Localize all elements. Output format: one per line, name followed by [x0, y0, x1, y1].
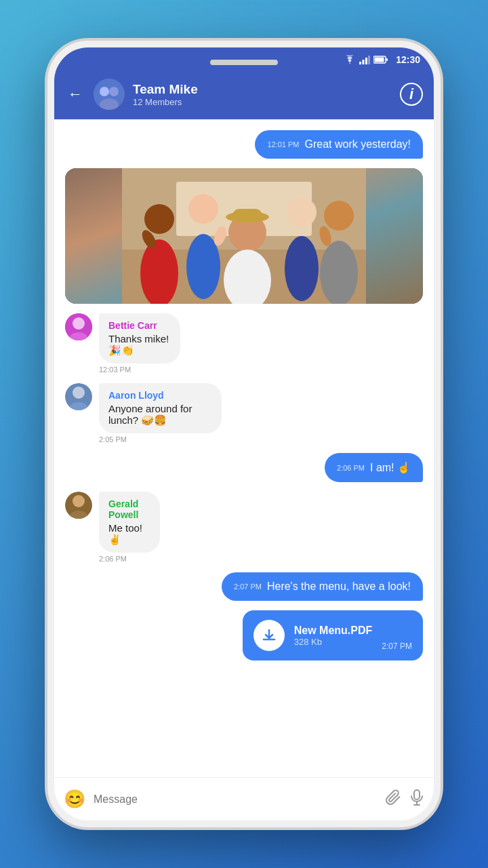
msg-text: Great work yesterday!: [305, 138, 411, 151]
msg-time-bettie: 12:03 PM: [99, 366, 207, 374]
incoming-group: Bettie Carr Thanks mike! 🎉👏 12:03 PM: [65, 313, 207, 374]
group-avatar: [94, 79, 125, 110]
svg-point-24: [324, 201, 354, 231]
avatar-bettie: [65, 313, 92, 340]
sender-name-bettie: Bettie Carr: [108, 320, 171, 331]
download-icon-container: [253, 620, 285, 651]
file-size: 328 Kb: [294, 637, 373, 647]
status-bar: 12:30: [54, 47, 434, 72]
svg-point-30: [73, 317, 85, 330]
message-input[interactable]: [94, 793, 377, 806]
svg-rect-6: [386, 58, 388, 61]
photo-svg: [122, 168, 366, 304]
msg-time-menu: 2:07 PM: [234, 583, 262, 591]
svg-point-33: [73, 387, 85, 399]
bubble-gerald: Gerald Powell Me too! ✌️ 2:06 PM: [99, 492, 181, 563]
bubble-in-bettie: Bettie Carr Thanks mike! 🎉👏: [99, 313, 180, 363]
header-info: Team Mike 12 Members: [133, 82, 392, 107]
svg-point-23: [285, 236, 319, 301]
download-icon: [262, 628, 277, 643]
bubble-out-menu: 2:07 PM Here's the menu, have a look!: [222, 572, 423, 601]
incoming-group-gerald: Gerald Powell Me too! ✌️ 2:06 PM: [65, 492, 181, 563]
message-attachment: New Menu.PDF 328 Kb 2:07 PM: [65, 610, 423, 660]
info-button[interactable]: i: [400, 83, 423, 106]
back-button[interactable]: ←: [65, 83, 85, 106]
avatar-gerald: [65, 492, 92, 519]
svg-point-14: [144, 204, 174, 234]
svg-rect-20: [232, 209, 262, 222]
bubble-out: 12:01 PM Great work yesterday!: [255, 130, 423, 159]
svg-rect-3: [368, 56, 370, 64]
svg-point-9: [109, 87, 119, 96]
message-photo: [65, 168, 423, 304]
svg-point-25: [320, 241, 358, 304]
msg-time-gerald: 2:06 PM: [99, 555, 181, 563]
msg-time-iam: 2:06 PM: [337, 464, 365, 472]
svg-rect-38: [414, 790, 420, 800]
msg-text-gerald: Me too! ✌️: [108, 522, 150, 546]
wifi-icon: [344, 55, 356, 64]
incoming-group-aaron: Aaron Lloyd Anyone around for lunch? 🥪🍔 …: [65, 383, 263, 443]
msg-text-bettie: Thanks mike! 🎉👏: [108, 333, 171, 357]
avatar-aaron: [65, 383, 92, 410]
group-photo: [65, 168, 423, 304]
message-menu: 2:07 PM Here's the menu, have a look!: [65, 572, 423, 601]
attachment-time: 2:07 PM: [382, 642, 412, 651]
bubble-in-aaron: Aaron Lloyd Anyone around for lunch? 🥪🍔: [99, 383, 222, 433]
microphone-icon: [409, 789, 424, 806]
svg-point-36: [73, 495, 85, 507]
message-aaron: Aaron Lloyd Anyone around for lunch? 🥪🍔 …: [65, 383, 423, 443]
paperclip-icon: [385, 789, 401, 806]
msg-time-aaron: 2:05 PM: [99, 435, 263, 443]
photo-inner: [65, 168, 423, 304]
message-1: 12:01 PM Great work yesterday!: [65, 130, 423, 159]
input-bar: 😊: [54, 777, 434, 821]
mic-button[interactable]: [409, 789, 424, 810]
members-count: 12 Members: [133, 97, 392, 107]
bubble-aaron: Aaron Lloyd Anyone around for lunch? 🥪🍔 …: [99, 383, 263, 443]
file-name: New Menu.PDF: [294, 625, 373, 637]
signal-icon: [359, 55, 370, 64]
phone-frame: 12:30 ← Team Mike 12 Members i 12:01 PM …: [47, 41, 441, 827]
battery-icon: [373, 56, 388, 64]
msg-time: 12:01 PM: [267, 140, 299, 149]
svg-rect-0: [359, 62, 361, 64]
emoji-button[interactable]: 😊: [64, 789, 85, 810]
msg-text-aaron: Anyone around for lunch? 🥪🍔: [108, 403, 212, 427]
group-name: Team Mike: [133, 82, 392, 97]
msg-text-menu: Here's the menu, have a look!: [267, 580, 411, 593]
msg-text-iam: I am! ☝️: [370, 461, 411, 474]
attachment-info: New Menu.PDF 328 Kb: [294, 625, 373, 647]
svg-point-8: [100, 87, 109, 96]
message-gerald: Gerald Powell Me too! ✌️ 2:06 PM: [65, 492, 423, 563]
svg-point-22: [287, 197, 317, 227]
bubble-bettie: Bettie Carr Thanks mike! 🎉👏 12:03 PM: [99, 313, 207, 374]
svg-point-16: [188, 194, 218, 224]
message-iam: 2:06 PM I am! ☝️: [65, 453, 423, 482]
sender-name-gerald: Gerald Powell: [108, 498, 150, 520]
chat-header: ← Team Mike 12 Members i: [54, 72, 434, 119]
status-icons: 12:30: [344, 54, 420, 65]
message-bettie: Bettie Carr Thanks mike! 🎉👏 12:03 PM: [65, 313, 423, 374]
bubble-out-iam: 2:06 PM I am! ☝️: [325, 453, 423, 482]
sender-name-aaron: Aaron Lloyd: [108, 390, 212, 401]
attach-button[interactable]: [385, 789, 401, 810]
attachment-bubble[interactable]: New Menu.PDF 328 Kb 2:07 PM: [243, 610, 423, 660]
svg-rect-2: [365, 58, 367, 64]
bubble-in-gerald: Gerald Powell Me too! ✌️: [99, 492, 160, 553]
chat-area: 12:01 PM Great work yesterday!: [54, 119, 434, 777]
svg-rect-5: [375, 58, 384, 62]
status-time: 12:30: [396, 54, 420, 65]
svg-rect-1: [363, 60, 365, 64]
